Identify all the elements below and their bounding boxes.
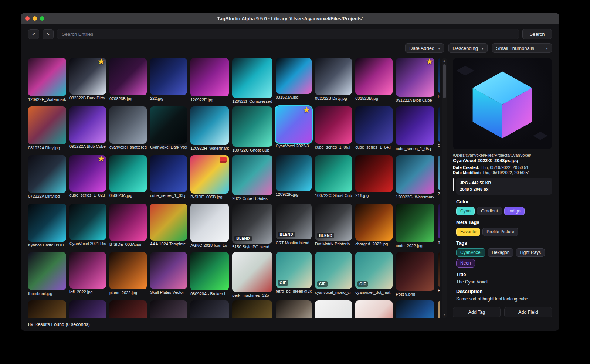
grid-item[interactable]: Post 6.png — [232, 300, 272, 318]
scroll-down-icon[interactable]: ▼ — [443, 313, 446, 317]
grid-item[interactable]: cube_series_1_05.j — [396, 106, 435, 152]
tag-pill[interactable]: Cyan — [456, 207, 475, 215]
grid-item-thumbnail[interactable] — [190, 252, 229, 290]
grid-item-thumbnail[interactable] — [396, 155, 435, 194]
grid-item-thumbnail[interactable]: GIF — [315, 252, 352, 289]
grid-item-thumbnail[interactable] — [438, 106, 440, 142]
grid-item-thumbnail[interactable] — [69, 300, 106, 318]
grid-item-thumbnail[interactable] — [438, 204, 440, 239]
scrollbar-thumb[interactable] — [443, 64, 446, 98]
grid-item-thumbnail[interactable] — [150, 204, 187, 241]
grid-item-thumbnail[interactable] — [150, 106, 187, 143]
grid-item[interactable]: piano_2022.jpg — [109, 252, 147, 297]
grid-item-thumbnail[interactable]: ★ — [276, 106, 312, 142]
grid-item-thumbnail[interactable] — [190, 155, 229, 194]
grid-item-thumbnail[interactable]: GIF — [276, 252, 312, 288]
grid-item-thumbnail[interactable] — [190, 300, 229, 318]
grid-item-thumbnail[interactable]: BLEND — [232, 204, 272, 244]
grid-item-thumbnail[interactable] — [355, 204, 392, 241]
grid-item[interactable]: charged_2022.jpg — [355, 204, 392, 249]
grid-item[interactable]: B-SIDE_003A.jpg — [109, 204, 147, 249]
grid-item[interactable]: Post 13.png — [69, 300, 106, 318]
forward-button[interactable]: > — [43, 29, 54, 39]
grid-item[interactable]: 2022 Cube B-Sides — [232, 155, 272, 201]
tag-pill[interactable]: Gradient — [477, 207, 502, 215]
grid-item[interactable]: Skull Plates Vector — [150, 252, 187, 297]
minimize-window-button[interactable] — [33, 16, 37, 21]
grid-item[interactable]: ★cube_series_1_02.j — [69, 155, 106, 201]
tag-pill[interactable]: Profile Picture — [482, 228, 518, 236]
grid-item[interactable]: thumbnail.jpg — [28, 252, 66, 297]
grid-item-thumbnail[interactable]: ★ — [69, 58, 106, 95]
grid-item[interactable]: 120922G_Watermark — [396, 155, 435, 201]
grid-item-thumbnail[interactable] — [276, 58, 312, 94]
grid-item-thumbnail[interactable] — [232, 252, 272, 292]
grid-item[interactable]: Post 2.png — [150, 300, 187, 318]
grid-item-thumbnail[interactable] — [315, 58, 352, 95]
grid-item-thumbnail[interactable] — [396, 204, 435, 242]
grid-item[interactable]: cube_series_1_01.j — [438, 106, 440, 152]
grid-item-thumbnail[interactable]: MP4 — [396, 300, 435, 318]
grid-item-thumbnail[interactable] — [232, 155, 272, 195]
grid-item-thumbnail[interactable] — [396, 252, 435, 291]
grid-item[interactable]: Post 11.png — [438, 252, 440, 297]
sort-field-dropdown[interactable]: Date Added ▾ — [405, 43, 444, 53]
grid-item[interactable]: AAA 1024 Template — [150, 204, 187, 249]
grid-item[interactable]: Kyanos Caste 0910 — [28, 204, 66, 249]
grid-item-thumbnail[interactable]: BLEND — [276, 204, 312, 239]
grid-item[interactable]: cube_series_1_06.j — [315, 106, 352, 152]
tag-pill[interactable]: Hexagon — [488, 248, 513, 257]
panel-scrollbar-thumb[interactable] — [453, 178, 454, 191]
grid-item[interactable]: 120922E.jpg — [190, 58, 229, 103]
grid-item[interactable]: 080920A - Broken I — [190, 252, 229, 297]
scroll-up-icon[interactable]: ▲ — [443, 59, 446, 63]
grid-item[interactable]: cube_series_1_04.j — [355, 106, 392, 152]
grid-item-thumbnail[interactable] — [109, 155, 147, 193]
grid-item[interactable]: new-oldies_2022.jp — [438, 204, 440, 249]
close-window-button[interactable] — [25, 16, 30, 21]
grid-item[interactable]: ★091222A Blob Cube — [396, 58, 435, 103]
grid-item[interactable]: printed color card i — [438, 300, 440, 318]
grid-item-thumbnail[interactable] — [276, 300, 312, 318]
grid-item-thumbnail[interactable] — [232, 106, 272, 146]
grid-item-thumbnail[interactable] — [276, 155, 312, 191]
grid-item[interactable]: cube_series_1_03.j — [150, 155, 187, 201]
grid-item[interactable]: ★CyanVoxel 2022-3_ — [276, 106, 312, 152]
grid-item[interactable]: code_2022.jpg — [396, 204, 435, 249]
grid-item-thumbnail[interactable] — [355, 300, 392, 318]
grid-item-thumbnail[interactable] — [355, 58, 392, 95]
grid-item[interactable]: 070823B.jpg — [109, 58, 147, 103]
grid-item-thumbnail[interactable] — [232, 58, 272, 98]
grid-item-thumbnail[interactable] — [150, 300, 187, 318]
grid-item[interactable]: BLENDDot Matrix Printer.b — [315, 204, 352, 249]
sort-order-dropdown[interactable]: Descending ▾ — [448, 43, 488, 53]
grid-item[interactable]: BLENDCRT Monitor.blend — [276, 204, 312, 249]
grid-item-thumbnail[interactable] — [109, 58, 147, 95]
grid-item-thumbnail[interactable] — [355, 106, 392, 143]
grid-item[interactable]: 050623A.jpg — [109, 155, 147, 201]
grid-item[interactable]: CyanVoxel 2021 Dis — [69, 204, 106, 249]
grid-item-thumbnail[interactable] — [150, 58, 187, 95]
add-tag-button[interactable]: Add Tag — [453, 307, 501, 317]
grid-item[interactable]: BLEND5150 Style PC.blend — [232, 204, 272, 249]
grid-item-thumbnail[interactable] — [28, 252, 66, 290]
grid-item[interactable]: 091222A Blob Cube — [69, 106, 106, 152]
tag-pill[interactable]: Light Rays — [516, 248, 545, 257]
grid-item[interactable]: 222.jpg — [150, 58, 187, 103]
grid-item[interactable]: GIFretro_pc_green@3x — [276, 252, 312, 297]
tag-pill[interactable]: Indigo — [504, 207, 525, 215]
grid-item[interactable]: Post 1.png — [109, 300, 147, 318]
grid-item-thumbnail[interactable] — [109, 300, 147, 318]
grid-item[interactable]: GIFcyanvoxel_mono_cr — [315, 252, 352, 297]
grid-item-thumbnail[interactable] — [190, 58, 229, 96]
thumbnail-size-dropdown[interactable]: Small Thumbnails ▾ — [492, 43, 552, 53]
grid-item-thumbnail[interactable] — [28, 300, 66, 318]
grid-item-thumbnail[interactable]: ★ — [69, 155, 106, 192]
grid-item-thumbnail[interactable] — [396, 106, 435, 145]
grid-item[interactable]: B-SIDE_005B.jpg — [190, 155, 229, 201]
grid-item-thumbnail[interactable] — [109, 204, 147, 241]
grid-item-thumbnail[interactable] — [438, 155, 440, 190]
grid-item[interactable]: cyanvoxel_shattered — [109, 106, 147, 152]
grid-item[interactable]: lofi_2022.jpg — [69, 252, 106, 297]
grid-item-thumbnail[interactable] — [109, 106, 147, 144]
